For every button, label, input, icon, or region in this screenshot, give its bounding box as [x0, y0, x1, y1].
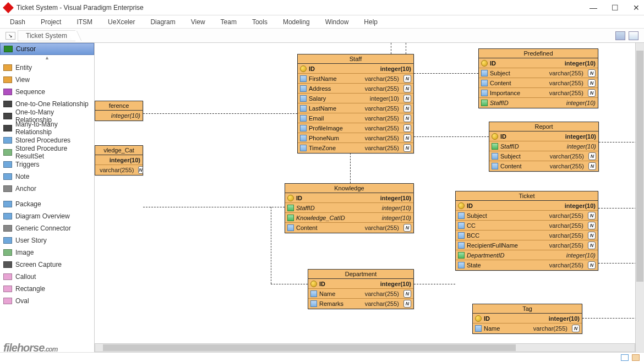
entity-row[interactable]: Namevarchar(255)N [473, 323, 582, 333]
palette-item-generic-connector[interactable]: Generic Connector [0, 222, 94, 234]
entity-row[interactable]: Subjectvarchar(255)N [489, 151, 598, 161]
palette-item-many-to-many-relationship[interactable]: Many-to-Many Relationship [0, 122, 94, 134]
entity-ticket[interactable]: TicketIDinteger(10)Subjectvarchar(255)NC… [455, 191, 598, 271]
entity-row[interactable]: IDinteger(10) [479, 58, 598, 68]
menu-help[interactable]: Help [364, 18, 378, 26]
entity-knowledge[interactable]: KnowledgeIDinteger(10)StaffIDinteger(10)… [285, 183, 414, 233]
back-button[interactable]: ↘ [6, 32, 15, 40]
entity-title: Department [308, 270, 413, 279]
entity-row[interactable]: Salaryinteger(10)N [298, 94, 413, 103]
entity-row[interactable]: DepartmentIDinteger(10) [456, 250, 598, 260]
palette-item-rectangle[interactable]: Rectangle [0, 283, 94, 295]
menu-team[interactable]: Team [221, 18, 237, 26]
entity-row[interactable]: StaffIDinteger(10) [285, 203, 413, 213]
entity-row[interactable]: StaffIDinteger(10) [489, 141, 598, 151]
entity-row[interactable]: varchar(255)N [95, 165, 143, 175]
nullable-badge: N [403, 95, 411, 102]
menu-diagram[interactable]: Diagram [150, 18, 175, 26]
field-type: integer(10) [382, 215, 411, 221]
menu-window[interactable]: Window [325, 18, 349, 26]
entity-row[interactable]: FirstNamevarchar(255)N [298, 74, 413, 84]
entity-reference[interactable]: ferenceinteger(10) [95, 101, 143, 121]
entity-row[interactable]: Contentvarchar(255)N [489, 161, 598, 171]
palette-item-diagram-overview[interactable]: Diagram Overview [0, 210, 94, 222]
entity-predefined[interactable]: PredefinedIDinteger(10)Subjectvarchar(25… [478, 48, 598, 108]
entity-row[interactable]: Emailvarchar(255)N [298, 113, 413, 123]
column-icon [300, 95, 307, 102]
message-icon[interactable] [632, 354, 640, 361]
menu-uexceler[interactable]: UeXceler [108, 18, 135, 26]
menu-tools[interactable]: Tools [252, 18, 268, 26]
menu-view[interactable]: View [191, 18, 205, 26]
close-button[interactable]: ✕ [633, 3, 640, 12]
foreign-key-icon [458, 252, 465, 259]
entity-row[interactable]: Contentvarchar(255)N [285, 223, 413, 233]
entity-row[interactable]: PhoneNumvarchar(255)N [298, 133, 413, 143]
nullable-badge: N [588, 212, 596, 220]
add-diagram-icon[interactable] [629, 31, 638, 40]
nullable-badge: N [588, 152, 596, 160]
palette-item-callout[interactable]: Callout [0, 271, 94, 283]
entity-knowledge_cat[interactable]: vledge_Catinteger(10)varchar(255)N [95, 145, 143, 175]
entity-row[interactable]: Knowledge_CatIDinteger(10) [285, 213, 413, 223]
mail-icon[interactable] [621, 354, 629, 361]
field-type: varchar(255) [549, 232, 583, 239]
diagram-canvas[interactable]: StaffIDinteger(10)FirstNamevarchar(255)N… [95, 43, 644, 352]
palette-item-anchor[interactable]: Anchor [0, 183, 94, 195]
palette-item-user-story[interactable]: User Story [0, 234, 94, 246]
palette-item-triggers[interactable]: Triggers [0, 158, 94, 171]
entity-department[interactable]: DepartmentIDinteger(10)Namevarchar(255)N… [308, 269, 414, 309]
nullable-badge: N [403, 300, 411, 308]
column-icon [300, 125, 307, 131]
entity-row[interactable]: integer(10) [95, 111, 143, 120]
entity-row[interactable]: IDinteger(10) [298, 64, 413, 74]
menu-project[interactable]: Project [41, 18, 61, 26]
menu-dash[interactable]: Dash [10, 18, 25, 26]
entity-report[interactable]: ReportIDinteger(10)StaffIDinteger(10)Sub… [489, 122, 599, 172]
entity-row[interactable]: Subjectvarchar(255)N [479, 68, 598, 78]
palette-collapse-arrow[interactable]: ▲ [0, 55, 94, 62]
breadcrumb[interactable]: Ticket System [18, 30, 75, 41]
palette-item-stored-procedure-resultset[interactable]: Stored Procedure ResultSet [0, 146, 94, 158]
entity-row[interactable]: ProfileImagevarchar(255)N [298, 123, 413, 133]
entity-row[interactable]: Importancevarchar(255)N [479, 88, 598, 98]
layout-tool-icon[interactable] [615, 31, 625, 40]
palette-item-screen-capture[interactable]: Screen Capture [0, 259, 94, 271]
entity-row[interactable]: IDinteger(10) [308, 279, 413, 289]
horizontal-scrollbar[interactable] [95, 343, 635, 352]
palette-item-note[interactable]: Note [0, 171, 94, 183]
palette-item-cursor[interactable]: Cursor [0, 43, 94, 55]
entity-row[interactable]: Statevarchar(255)N [456, 260, 598, 270]
entity-row[interactable]: BCCvarchar(255)N [456, 231, 598, 240]
entity-row[interactable]: Subjectvarchar(255)N [456, 211, 598, 221]
entity-row[interactable]: IDinteger(10) [456, 201, 598, 211]
menu-itsm[interactable]: ITSM [77, 18, 92, 26]
entity-row[interactable]: Contentvarchar(255)N [479, 78, 598, 88]
entity-row[interactable]: IDinteger(10) [473, 314, 582, 323]
entity-row[interactable]: LastNamevarchar(255)N [298, 103, 413, 113]
entity-row[interactable]: Addressvarchar(255)N [298, 84, 413, 94]
entity-row[interactable]: TimeZonevarchar(255)N [298, 143, 413, 153]
vertical-scrollbar[interactable] [635, 43, 644, 352]
palette-item-package[interactable]: Package [0, 198, 94, 210]
entity-tag[interactable]: TagIDinteger(10)Namevarchar(255)N [472, 304, 582, 334]
palette-label: Cursor [16, 45, 36, 53]
entity-row[interactable]: RecipientFullNamevarchar(255)N [456, 240, 598, 250]
entity-row[interactable]: CCvarchar(255)N [456, 221, 598, 231]
minimize-button[interactable]: — [590, 3, 597, 12]
entity-row[interactable]: integer(10) [95, 155, 143, 165]
entity-row[interactable]: StaffIDinteger(10) [479, 98, 598, 108]
palette-item-entity[interactable]: Entity [0, 62, 94, 74]
maximize-button[interactable]: ☐ [612, 3, 619, 12]
entity-row[interactable]: IDinteger(10) [285, 193, 413, 203]
menu-modeling[interactable]: Modeling [283, 18, 310, 26]
entity-row[interactable]: Remarksvarchar(255)N [308, 299, 413, 309]
palette-item-view[interactable]: View [0, 74, 94, 86]
entity-row[interactable]: IDinteger(10) [489, 131, 598, 141]
entity-row[interactable]: Namevarchar(255)N [308, 289, 413, 299]
palette-item-sequence[interactable]: Sequence [0, 86, 94, 98]
palette-item-oval[interactable]: Oval [0, 295, 94, 307]
entity-staff[interactable]: StaffIDinteger(10)FirstNamevarchar(255)N… [297, 54, 414, 153]
palette-item-image[interactable]: Image [0, 246, 94, 259]
column-icon [481, 90, 488, 96]
